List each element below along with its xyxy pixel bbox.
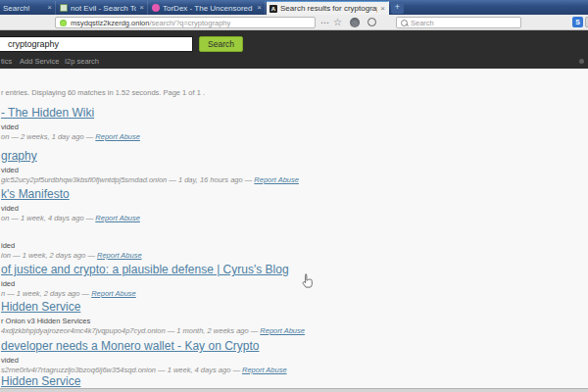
result-meta: on — 1 week, 4 days ago — Report Abuse — [1, 214, 550, 222]
bookmark-star-icon[interactable]: ☆ — [333, 17, 342, 28]
tab-close-icon[interactable]: × — [47, 4, 52, 12]
results-area: r entries. Displaying 60 matches in 1.52… — [0, 69, 588, 388]
result-title-link[interactable]: Hidden Service — [1, 300, 550, 314]
result-url: s2rne0rlv4i7rtagruzzljo3bzoq6lj6w354sqd.… — [1, 366, 242, 374]
site-search-button[interactable]: Search — [199, 36, 243, 52]
result-description: r Onion v3 Hidden Services — [1, 317, 550, 325]
ahmia-favicon-icon: A — [270, 5, 277, 13]
tab-title: not Evil - Search Tor — [71, 4, 136, 13]
report-abuse-link[interactable]: Report Abuse — [95, 214, 140, 222]
report-abuse-link[interactable]: Report Abuse — [95, 132, 140, 141]
result-title-link[interactable]: developer needs a Monero wallet - Kay on… — [1, 339, 550, 353]
noscript-icon[interactable]: S — [572, 17, 583, 27]
result-description: vided — [1, 204, 550, 213]
search-placeholder: Search — [411, 19, 434, 27]
result-meta: s2rne0rlv4i7rtagruzzljo3bzoq6lj6w354sqd.… — [1, 366, 550, 374]
result-title-link[interactable]: k's Manifesto — [1, 187, 550, 201]
search-result: Hidden Service — [1, 374, 550, 388]
mouse-cursor-icon — [301, 273, 313, 289]
tab-close-icon[interactable]: × — [139, 4, 144, 12]
result-title-link[interactable] — [1, 224, 550, 238]
url-path: /search/?q=cryptography — [149, 19, 230, 27]
tab-bar: Search! × not Evil - Search Tor × TorDex… — [0, 0, 588, 15]
nav-add-service-link[interactable]: Add Service — [20, 57, 59, 66]
tab-close-icon[interactable]: × — [380, 5, 385, 13]
torbutton-icon[interactable] — [350, 18, 360, 27]
not-evil-favicon-icon — [60, 4, 68, 12]
search-result: Hidden Service r Onion v3 Hidden Service… — [1, 300, 550, 335]
result-url: on — 2 weeks, 1 day ago — — [1, 132, 95, 141]
nav-statistics-link[interactable]: tics — [1, 57, 12, 66]
result-description: ided — [1, 279, 550, 288]
result-meta: 4xdjzkbhpjdyajrozeor4mc4k7jvqpupo4p7cyd.… — [1, 326, 550, 335]
result-title-link[interactable]: of justice and crypto: a plausible defen… — [1, 263, 550, 276]
tab-title: TorDex - The Uncensored Tor Sear — [163, 4, 254, 13]
navigation-toolbar: ⓘ msydqstlz2kzerdg.onion/search/?q=crypt… — [0, 15, 588, 30]
result-meta: n — 1 week, 2 days ago — Report Abuse — [1, 289, 550, 298]
tab-tordex[interactable]: TorDex - The Uncensored Tor Sear × — [149, 1, 266, 15]
tordex-favicon-icon — [152, 4, 160, 12]
result-title-link[interactable]: graphy — [1, 149, 550, 163]
tab-not-evil[interactable]: not Evil - Search Tor × — [57, 1, 148, 15]
result-description: ided — [1, 241, 550, 250]
result-meta: ion — 1 week, 2 days ago — Report Abuse — [1, 251, 550, 260]
result-title-link[interactable]: Hidden Service — [1, 374, 550, 388]
toolbar-search-field[interactable]: Search — [396, 17, 521, 28]
header-corner-icon — [579, 59, 584, 64]
report-abuse-link[interactable]: Report Abuse — [254, 175, 299, 184]
report-abuse-link[interactable]: Report Abuse — [91, 289, 136, 298]
nav-i2p-search-link[interactable]: I2p search — [65, 57, 99, 66]
report-abuse-link[interactable]: Report Abuse — [242, 366, 287, 374]
result-meta: on — 2 weeks, 1 day ago — Report Abuse — [1, 132, 550, 141]
search-icon — [401, 20, 408, 26]
result-meta: gic52ucy2pf5urdbhqw3kbsfl0fjwntdpj5smdad… — [1, 175, 550, 184]
tab-partial-search[interactable]: Search! × — [0, 1, 56, 15]
result-url: n — 1 week, 2 days ago — — [1, 289, 91, 298]
search-result: - The Hidden Wiki vided on — 2 weeks, 1 … — [1, 106, 550, 141]
url-host: msydqstlz2kzerdg.onion — [71, 19, 149, 27]
report-abuse-link[interactable]: Report Abuse — [97, 251, 142, 260]
page-actions-icon[interactable]: ⋯ — [320, 17, 329, 28]
result-description: vided — [1, 166, 550, 174]
search-result: k's Manifesto vided on — 1 week, 4 days … — [1, 187, 550, 222]
result-title-link[interactable]: - The Hidden Wiki — [1, 106, 550, 120]
result-url: ion — 1 week, 2 days ago — — [1, 251, 97, 260]
tab-title: Search! — [3, 4, 44, 13]
results-summary: r entries. Displaying 60 matches in 1.52… — [1, 88, 205, 97]
new-tab-button[interactable]: + — [391, 2, 404, 14]
tab-search-results-active[interactable]: A Search results for cryptography — × — [267, 1, 389, 15]
onion-circuit-icon[interactable] — [60, 20, 67, 26]
result-url: on — 1 week, 4 days ago — — [1, 214, 95, 222]
result-description: vided — [1, 356, 550, 365]
search-result: graphy vided gic52ucy2pf5urdbhqw3kbsfl0f… — [1, 149, 550, 184]
security-level-icon[interactable] — [368, 18, 376, 26]
url-bar[interactable]: ⓘ msydqstlz2kzerdg.onion/search/?q=crypt… — [55, 17, 316, 28]
site-search-input[interactable]: cryptography — [0, 36, 193, 52]
result-url: gic52ucy2pf5urdbhqw3kbsfl0fjwntdpj5smdad… — [1, 175, 254, 184]
search-result: developer needs a Monero wallet - Kay on… — [1, 339, 550, 374]
report-abuse-link[interactable]: Report Abuse — [260, 326, 305, 335]
tab-title: Search results for cryptography — — [280, 4, 377, 13]
search-result: of justice and crypto: a plausible defen… — [1, 263, 550, 298]
bottom-edge — [0, 388, 588, 392]
search-result: ided ion — 1 week, 2 days ago — Report A… — [1, 224, 550, 260]
site-search-value: cryptography — [8, 39, 59, 49]
result-description: vided — [1, 122, 550, 131]
site-header: cryptography Search tics Add Service I2p… — [0, 30, 588, 69]
result-url: 4xdjzkbhpjdyajrozeor4mc4k7jvqpupo4p7cyd.… — [1, 326, 260, 335]
tab-close-icon[interactable]: × — [257, 4, 262, 12]
